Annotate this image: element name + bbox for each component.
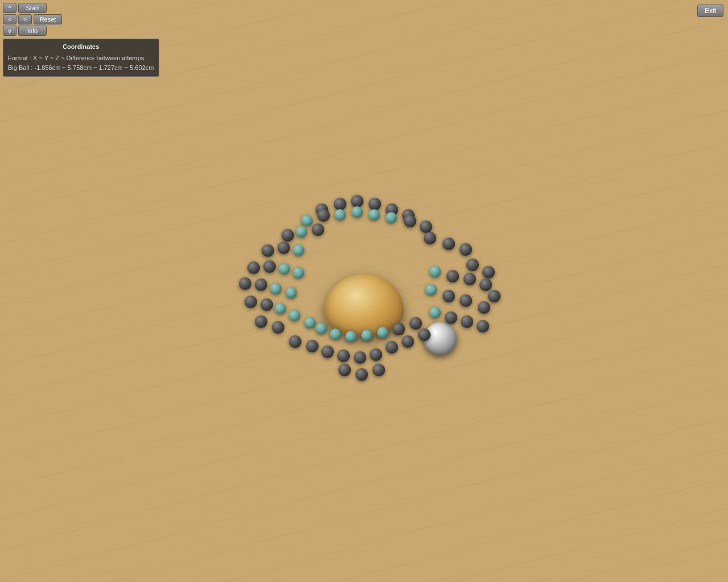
small-ball bbox=[410, 317, 422, 330]
small-ball bbox=[293, 267, 304, 278]
small-ball bbox=[262, 244, 274, 257]
info-format-line: Format : X ~ Y ~ Z ~ Difference between … bbox=[8, 53, 154, 64]
small-ball bbox=[479, 278, 492, 291]
small-ball bbox=[464, 273, 476, 285]
small-ball bbox=[370, 348, 382, 361]
small-ball bbox=[286, 287, 297, 298]
left-button[interactable]: < bbox=[3, 14, 16, 24]
right-button[interactable]: > bbox=[18, 14, 32, 24]
small-ball bbox=[482, 266, 495, 278]
small-ball bbox=[361, 330, 373, 341]
small-ball bbox=[338, 364, 351, 376]
controls-row-2: < > Reset bbox=[3, 14, 62, 24]
small-ball bbox=[247, 261, 260, 274]
small-ball bbox=[263, 260, 276, 273]
small-ball bbox=[420, 221, 432, 233]
small-ball bbox=[488, 290, 500, 302]
small-ball bbox=[460, 294, 472, 307]
info-bigball-line: Big Ball : -1.856cm ~ 5.758cm ~ 1.727cm … bbox=[8, 63, 154, 73]
small-ball bbox=[334, 198, 346, 210]
small-ball bbox=[289, 310, 300, 321]
small-ball bbox=[245, 296, 257, 308]
reset-button[interactable]: Reset bbox=[34, 14, 62, 24]
small-ball bbox=[255, 315, 267, 328]
up-button[interactable]: ^ bbox=[3, 3, 16, 13]
small-ball bbox=[460, 243, 472, 256]
small-ball bbox=[446, 270, 459, 282]
small-ball bbox=[296, 226, 307, 238]
small-ball bbox=[402, 335, 414, 348]
small-ball bbox=[424, 232, 436, 244]
small-ball bbox=[312, 223, 324, 236]
down-button[interactable]: v bbox=[3, 26, 16, 36]
small-ball bbox=[255, 278, 267, 291]
info-button[interactable]: Info bbox=[18, 26, 47, 36]
small-ball bbox=[260, 298, 273, 311]
small-ball bbox=[317, 209, 330, 222]
small-ball bbox=[334, 209, 346, 221]
small-ball bbox=[478, 301, 490, 314]
exit-button[interactable]: Exit bbox=[697, 5, 723, 17]
small-ball bbox=[373, 364, 385, 376]
small-ball bbox=[461, 315, 473, 328]
small-ball bbox=[293, 244, 304, 256]
small-ball bbox=[275, 303, 286, 314]
small-ball bbox=[369, 209, 380, 221]
small-ball bbox=[404, 215, 416, 227]
small-ball bbox=[301, 215, 313, 226]
info-panel: Coordinates Format : X ~ Y ~ Z ~ Differe… bbox=[3, 39, 159, 77]
info-title: Coordinates bbox=[8, 42, 154, 52]
small-ball bbox=[306, 340, 318, 352]
controls-panel: ^ Start < > Reset v Info bbox=[3, 3, 62, 36]
small-ball bbox=[418, 329, 431, 341]
start-button[interactable]: Start bbox=[18, 3, 47, 13]
small-ball bbox=[272, 321, 284, 334]
small-ball bbox=[355, 368, 368, 381]
controls-row-1: ^ Start bbox=[3, 3, 62, 13]
small-ball bbox=[445, 311, 457, 324]
small-ball bbox=[354, 351, 366, 364]
small-ball bbox=[351, 195, 363, 207]
small-ball bbox=[466, 259, 479, 271]
small-ball bbox=[330, 329, 341, 340]
small-ball bbox=[304, 317, 316, 329]
small-ball bbox=[337, 350, 350, 362]
small-ball bbox=[386, 212, 397, 223]
small-ball bbox=[425, 284, 437, 296]
big-ball bbox=[324, 274, 404, 336]
small-ball bbox=[316, 323, 327, 334]
small-ball bbox=[345, 331, 357, 342]
small-ball bbox=[429, 266, 441, 277]
small-ball bbox=[289, 335, 301, 348]
small-ball bbox=[392, 323, 405, 335]
small-ball bbox=[442, 290, 455, 302]
small-ball bbox=[278, 242, 290, 254]
small-ball bbox=[351, 206, 363, 218]
scene bbox=[0, 0, 728, 582]
small-ball bbox=[377, 327, 388, 338]
small-ball bbox=[239, 277, 251, 290]
controls-row-3: v Info bbox=[3, 26, 62, 36]
small-ball bbox=[369, 198, 381, 210]
small-ball bbox=[321, 346, 334, 358]
small-ball bbox=[282, 229, 294, 242]
small-ball bbox=[477, 320, 489, 332]
small-ball bbox=[386, 341, 398, 354]
small-ball bbox=[429, 307, 441, 318]
small-ball bbox=[270, 283, 282, 294]
small-ball bbox=[279, 263, 290, 275]
small-ball bbox=[442, 238, 455, 250]
